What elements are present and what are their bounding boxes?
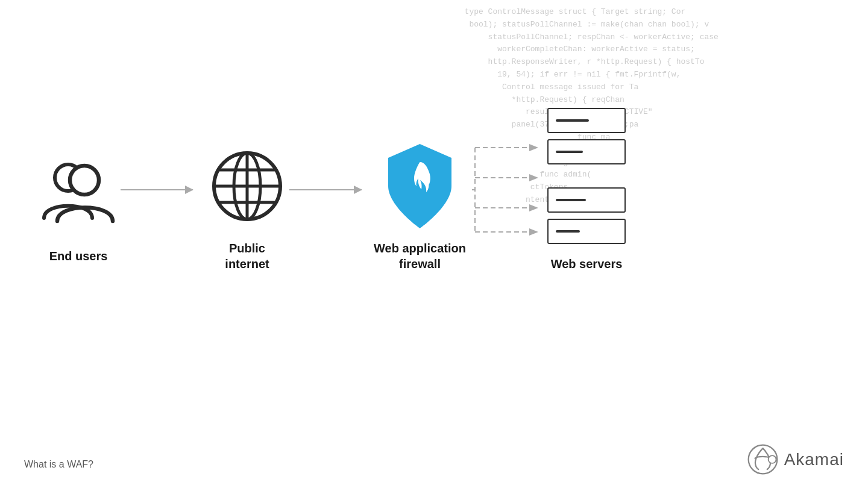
- svg-point-19: [768, 455, 776, 463]
- end-users-node: End users: [36, 152, 121, 264]
- waf-node: Web application firewall: [374, 144, 466, 272]
- akamai-logo: Akamai: [746, 443, 844, 476]
- bottom-left-text: What is a WAF?: [24, 459, 93, 470]
- server-2: [547, 139, 626, 164]
- end-users-label: End users: [49, 248, 108, 264]
- arrow-solid-2: [289, 189, 362, 190]
- svg-point-1: [70, 166, 99, 195]
- svg-marker-14: [529, 204, 538, 211]
- waf-icon: [377, 144, 462, 228]
- arrow-1: [121, 189, 205, 190]
- public-internet-icon: [205, 144, 289, 228]
- arrow-solid-1: [121, 189, 193, 190]
- server-3: [547, 187, 626, 213]
- web-servers-label: Web servers: [547, 256, 626, 272]
- akamai-icon: [746, 443, 779, 476]
- public-internet-label: Public internet: [225, 240, 269, 272]
- public-internet-node: Public internet: [205, 144, 289, 272]
- svg-marker-12: [529, 174, 538, 181]
- diagram-container: End users: [0, 0, 723, 392]
- diagram-row: End users: [36, 108, 626, 308]
- svg-marker-16: [529, 228, 538, 236]
- waf-label: Web application firewall: [374, 240, 466, 272]
- akamai-label: Akamai: [784, 450, 844, 469]
- branch-lines-svg: [472, 111, 544, 268]
- server-4: [547, 219, 626, 244]
- end-users-icon: [36, 152, 121, 236]
- arrow-2: [289, 189, 374, 190]
- server-1: [547, 108, 626, 133]
- svg-marker-10: [529, 144, 538, 151]
